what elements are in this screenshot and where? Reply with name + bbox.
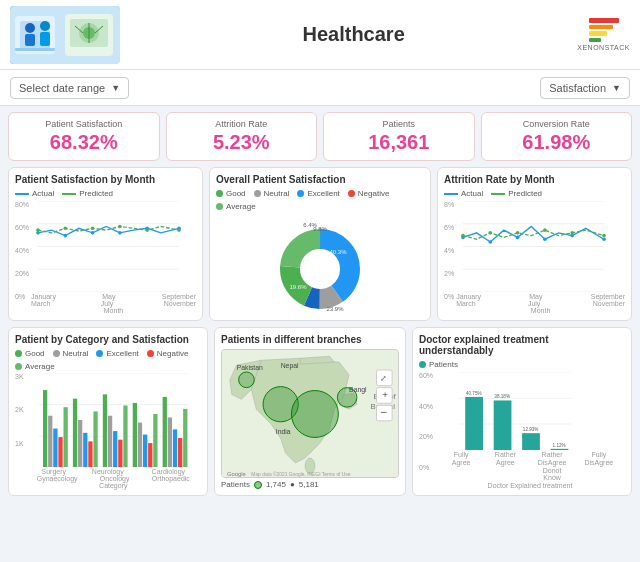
svg-text:Bangl: Bangl <box>349 385 367 393</box>
chart-legend: Actual Predicted <box>15 189 196 198</box>
brand-name: XENONSTACK <box>577 44 630 51</box>
svg-point-53 <box>602 237 606 241</box>
line-chart-svg <box>31 201 186 292</box>
header-logo <box>10 6 120 64</box>
kpi-patients: Patients 16,361 <box>323 112 475 161</box>
chart-title: Patient by Category and Satisfaction <box>15 334 201 345</box>
svg-rect-84 <box>162 397 166 467</box>
svg-rect-72 <box>88 441 92 467</box>
svg-rect-85 <box>167 417 171 467</box>
svg-rect-75 <box>108 416 112 467</box>
svg-point-31 <box>177 228 181 232</box>
svg-point-98 <box>291 390 338 437</box>
charts-row-1: Patient Satisfaction by Month Actual Pre… <box>0 167 640 327</box>
svg-rect-77 <box>118 440 122 467</box>
legend-item-actual: Actual <box>444 189 483 198</box>
svg-point-27 <box>63 226 67 230</box>
svg-rect-73 <box>93 411 97 467</box>
overall-satisfaction-chart: Overall Patient Satisfaction Good Neutra… <box>209 167 431 321</box>
svg-text:1.12%: 1.12% <box>553 443 566 448</box>
charts-row-2: Patient by Category and Satisfaction Goo… <box>0 327 640 502</box>
svg-point-57 <box>543 228 547 232</box>
chevron-down-icon: ▼ <box>612 83 621 93</box>
map-svg: Bay of Bengal Pakistan Nepal Bangl India… <box>222 349 398 478</box>
kpi-attrition-rate: Attrition Rate 5.23% <box>166 112 318 161</box>
svg-rect-64 <box>43 390 47 467</box>
kpi-patient-satisfaction: Patient Satisfaction 68.32% <box>8 112 160 161</box>
satisfaction-dropdown[interactable]: Satisfaction ▼ <box>540 77 630 99</box>
svg-rect-71 <box>83 433 87 467</box>
svg-rect-76 <box>113 431 117 467</box>
header: Healthcare XENONSTACK <box>0 0 640 70</box>
kpi-label: Patients <box>332 119 466 129</box>
svg-point-3 <box>25 23 35 33</box>
svg-text:Map data ©2021 Google, INEGI  : Map data ©2021 Google, INEGI Terms of Us… <box>251 470 350 476</box>
map-placeholder: Bay of Bengal Pakistan Nepal Bangl India… <box>221 349 399 478</box>
date-range-dropdown[interactable]: Select date range ▼ <box>10 77 129 99</box>
chart-title: Attrition Rate by Month <box>444 174 625 185</box>
svg-point-22 <box>91 231 95 235</box>
svg-rect-80 <box>137 423 141 467</box>
kpi-value: 16,361 <box>332 131 466 154</box>
brand-icon <box>589 18 619 42</box>
svg-text:40.75%: 40.75% <box>466 391 482 396</box>
kpi-row: Patient Satisfaction 68.32% Attrition Ra… <box>0 106 640 167</box>
svg-point-26 <box>36 228 40 232</box>
map-footer: Patients 1,745 ● 5,181 <box>221 480 399 489</box>
svg-point-29 <box>118 225 122 229</box>
chart-title: Patient Satisfaction by Month <box>15 174 196 185</box>
page-title: Healthcare <box>130 23 577 46</box>
svg-rect-123 <box>551 449 569 450</box>
chart-title: Patients in different branches <box>221 334 399 345</box>
svg-rect-70 <box>78 420 82 467</box>
svg-text:19.6%: 19.6% <box>289 284 307 290</box>
chart-legend: Good Neutral Excellent Negative Average <box>216 189 424 211</box>
svg-point-28 <box>91 226 95 230</box>
svg-text:Pakistan: Pakistan <box>237 364 263 371</box>
svg-rect-83 <box>153 414 157 467</box>
svg-text:Nepal: Nepal <box>281 362 299 370</box>
svg-text:12.93%: 12.93% <box>523 427 539 432</box>
legend-item-predicted: Predicted <box>491 189 542 198</box>
brand-logo: XENONSTACK <box>577 18 630 51</box>
svg-text:India: India <box>276 427 291 434</box>
kpi-value: 61.98% <box>490 131 624 154</box>
chart-legend: Patients <box>419 360 625 369</box>
svg-rect-68 <box>63 407 67 467</box>
branches-map-chart: Patients in different branches Bay of Be… <box>214 327 406 496</box>
svg-rect-79 <box>132 403 136 467</box>
svg-text:⤢: ⤢ <box>380 373 387 382</box>
attrition-line-chart-svg <box>456 201 611 292</box>
kpi-label: Patient Satisfaction <box>17 119 151 129</box>
svg-point-5 <box>40 21 50 31</box>
svg-rect-66 <box>53 429 57 467</box>
chevron-down-icon: ▼ <box>111 83 120 93</box>
svg-rect-121 <box>522 433 540 450</box>
svg-rect-86 <box>172 429 176 467</box>
svg-point-49 <box>489 240 493 244</box>
attrition-by-month-chart: Attrition Rate by Month Actual Predicted… <box>437 167 632 321</box>
legend-item-actual: Actual <box>15 189 54 198</box>
chart-legend: Actual Predicted <box>444 189 625 198</box>
svg-point-55 <box>489 231 493 235</box>
svg-rect-7 <box>15 48 55 51</box>
kpi-value: 68.32% <box>17 131 151 154</box>
doctor-treatment-chart: Doctor explained treatment understandabl… <box>412 327 632 496</box>
svg-point-23 <box>118 231 122 235</box>
kpi-label: Attrition Rate <box>175 119 309 129</box>
satisfaction-by-month-chart: Patient Satisfaction by Month Actual Pre… <box>8 167 203 321</box>
doctor-bar-chart-svg: 40.75% 38.18% 12.93% 1.12% <box>435 372 595 450</box>
svg-rect-78 <box>123 405 127 467</box>
svg-rect-74 <box>102 394 106 467</box>
donut-chart: 40.3% 9.8% 6.4% 19.6% 23.9% <box>216 214 424 324</box>
legend-item-predicted: Predicted <box>62 189 113 198</box>
svg-text:23.9%: 23.9% <box>326 306 344 312</box>
kpi-conversion-rate: Conversion Rate 61.98% <box>481 112 633 161</box>
svg-point-37 <box>302 251 338 287</box>
svg-rect-65 <box>48 416 52 467</box>
svg-rect-87 <box>178 438 182 467</box>
svg-point-59 <box>602 234 606 238</box>
svg-text:38.18%: 38.18% <box>494 394 510 399</box>
svg-rect-81 <box>143 435 147 467</box>
svg-text:+: + <box>382 389 388 400</box>
